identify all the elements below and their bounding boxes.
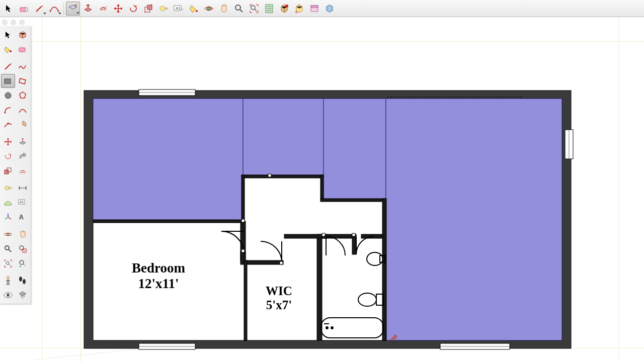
svg-rect-93 — [268, 174, 271, 177]
svg-rect-55 — [242, 175, 324, 178]
svg-rect-50 — [324, 99, 386, 199]
window-panel-dots — [2, 20, 25, 25]
svg-rect-89 — [242, 249, 245, 252]
svg-rect-54 — [93, 220, 244, 223]
svg-rect-64 — [382, 199, 386, 340]
svg-rect-58 — [320, 199, 386, 202]
svg-rect-48 — [93, 99, 243, 221]
svg-rect-90 — [280, 261, 283, 264]
svg-rect-92 — [352, 233, 355, 236]
svg-rect-56 — [242, 175, 245, 221]
svg-rect-88 — [242, 219, 245, 222]
svg-rect-94 — [396, 339, 397, 340]
svg-point-77 — [331, 327, 333, 329]
svg-rect-91 — [322, 233, 325, 236]
svg-rect-60 — [284, 234, 327, 238]
svg-rect-62 — [352, 234, 356, 254]
room-label-wic: WIC 5'x7' — [266, 284, 292, 312]
room-label-bedroom: Bedroom 12'x11' — [132, 260, 185, 292]
svg-rect-57 — [320, 175, 324, 200]
svg-rect-51 — [386, 99, 562, 340]
svg-point-76 — [326, 327, 328, 329]
floorplan-canvas[interactable] — [0, 0, 644, 362]
svg-rect-65 — [246, 260, 283, 264]
pencil-cursor — [389, 332, 397, 340]
svg-rect-66 — [244, 260, 247, 340]
svg-rect-49 — [243, 99, 324, 175]
